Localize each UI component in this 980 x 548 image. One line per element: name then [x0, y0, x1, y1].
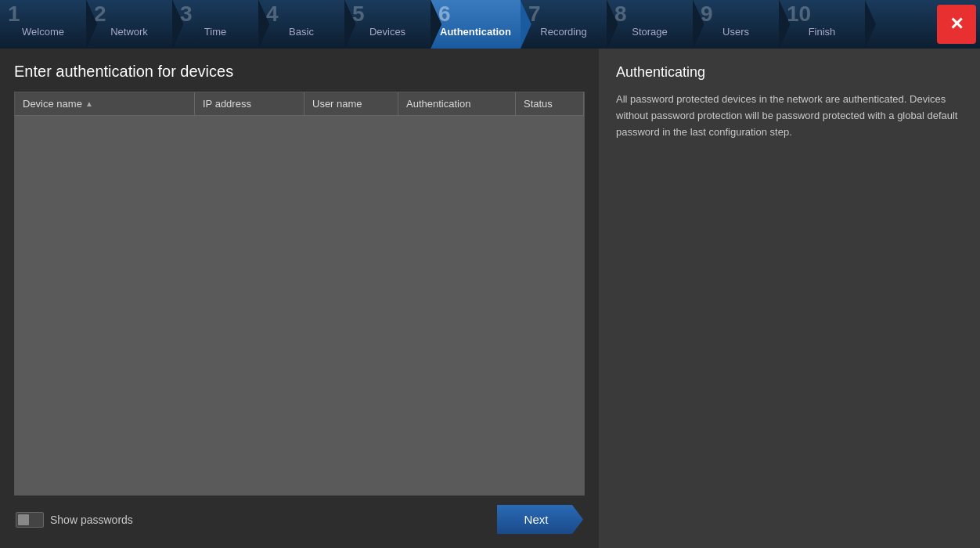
nav-step-label-basic: Basic	[289, 26, 314, 38]
sort-icon: ▲	[85, 99, 93, 108]
nav-step-label-storage: Storage	[632, 26, 668, 38]
nav-step-label-finish: Finish	[809, 26, 836, 38]
col-user-name-label: User name	[312, 98, 362, 110]
nav-step-label-network: Network	[110, 26, 148, 38]
nav-step-label-devices: Devices	[369, 26, 405, 38]
nav-item-time[interactable]: 3 Time	[172, 0, 258, 49]
col-ip-address-label: IP address	[203, 98, 251, 110]
show-passwords-area: Show passwords	[16, 512, 133, 528]
nav-item-finish[interactable]: 10 Finish	[779, 0, 865, 49]
top-navigation: 1 Welcome 2 Network 3 Time 4 Basic 5 Dev…	[0, 0, 980, 49]
device-table: Device name ▲ IP address User name Authe…	[14, 92, 585, 496]
col-status[interactable]: Status	[516, 92, 584, 115]
col-user-name[interactable]: User name	[304, 92, 398, 115]
nav-item-storage[interactable]: 8 Storage	[607, 0, 693, 49]
nav-step-num-finish: 10	[787, 3, 811, 25]
left-panel: Enter authentication for devices Device …	[0, 49, 599, 548]
nav-item-devices[interactable]: 5 Devices	[344, 0, 431, 49]
toggle-indicator	[18, 514, 29, 525]
right-panel: Authenticating All password protected de…	[599, 49, 980, 548]
nav-item-basic[interactable]: 4 Basic	[258, 0, 344, 49]
nav-step-label-welcome: Welcome	[22, 26, 64, 38]
nav-item-welcome[interactable]: 1 Welcome	[0, 0, 86, 49]
nav-item-authentication[interactable]: 6 Authentication	[431, 0, 521, 49]
table-header: Device name ▲ IP address User name Authe…	[15, 92, 584, 116]
col-authentication-label: Authentication	[406, 98, 470, 110]
nav-step-label-authentication: Authentication	[440, 26, 511, 38]
bottom-controls: Show passwords Next	[14, 505, 585, 534]
table-body	[15, 116, 584, 495]
show-passwords-toggle[interactable]	[16, 512, 44, 528]
col-status-label: Status	[524, 98, 553, 110]
sidebar-title: Authenticating	[616, 64, 963, 81]
nav-step-num-welcome: 1	[8, 3, 20, 25]
col-device-name[interactable]: Device name ▲	[15, 92, 195, 115]
close-button[interactable]: ✕	[937, 5, 976, 44]
show-passwords-label: Show passwords	[50, 514, 133, 526]
col-ip-address[interactable]: IP address	[195, 92, 304, 115]
sidebar-description: All password protected devices in the ne…	[616, 92, 963, 140]
nav-item-network[interactable]: 2 Network	[86, 0, 172, 49]
nav-item-users[interactable]: 9 Users	[693, 0, 779, 49]
col-device-name-label: Device name	[23, 98, 82, 110]
nav-step-label-recording: Recording	[540, 26, 586, 38]
next-button[interactable]: Next	[497, 505, 583, 534]
main-content: Enter authentication for devices Device …	[0, 49, 980, 548]
col-authentication[interactable]: Authentication	[398, 92, 516, 115]
nav-step-label-users: Users	[722, 26, 749, 38]
page-title: Enter authentication for devices	[14, 63, 585, 81]
nav-step-label-time: Time	[204, 26, 226, 38]
nav-item-recording[interactable]: 7 Recording	[521, 0, 607, 49]
